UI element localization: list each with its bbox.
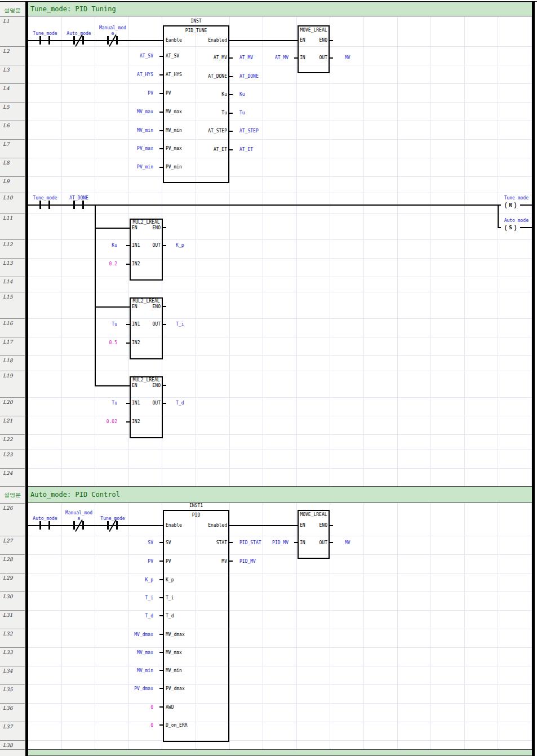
operand-variable[interactable]: PV (107, 559, 153, 564)
block-instance-name[interactable]: INST1 (163, 503, 229, 509)
block-pin: T_d (166, 613, 174, 619)
rung-gutter[interactable]: L15 (0, 292, 25, 318)
rung-gutter[interactable]: L10 (0, 193, 25, 213)
rung-gutter[interactable]: L8 (0, 158, 25, 176)
rung-gutter[interactable]: L27 (0, 536, 25, 554)
operand-variable[interactable]: PV_max (107, 146, 153, 152)
operand-variable[interactable]: PV_min (107, 164, 153, 170)
gutter-comment-cell[interactable]: 설명문 (0, 486, 25, 503)
rung-gutter[interactable]: L35 (0, 684, 25, 703)
coil-set-auto-mode[interactable]: S (501, 223, 520, 233)
operand-variable[interactable]: T_d (107, 613, 153, 619)
rung-gutter[interactable]: L9 (0, 176, 25, 193)
operand-variable[interactable]: Tu (239, 110, 290, 116)
rung-gutter[interactable]: L28 (0, 554, 25, 573)
operand-variable[interactable]: K_p (176, 243, 210, 248)
coil-reset-tune-mode[interactable]: R (501, 200, 520, 210)
operand-variable[interactable]: T_i (107, 595, 153, 601)
contact-no-tune-mode[interactable] (38, 35, 52, 46)
rung-gutter[interactable]: L6 (0, 121, 25, 139)
contact-no-at-done[interactable] (72, 199, 86, 211)
operand-variable[interactable]: T_d (176, 401, 210, 406)
operand-variable[interactable]: SV (107, 540, 153, 546)
operand-variable[interactable]: PV (107, 91, 153, 96)
operand-variable[interactable]: AT_STEP (239, 128, 290, 134)
rung-gutter[interactable]: L20 (0, 397, 25, 416)
rung-gutter[interactable]: L19 (0, 371, 25, 397)
rung-gutter[interactable]: L16 (0, 318, 25, 337)
rung-gutter[interactable]: L17 (0, 337, 25, 355)
operand-variable[interactable]: Tu (83, 322, 117, 327)
rung-gutter[interactable]: L2 (0, 46, 25, 65)
operand-constant[interactable]: 0.2 (83, 261, 117, 267)
rung-gutter[interactable]: L14 (0, 277, 25, 292)
rung-gutter[interactable]: L4 (0, 83, 25, 102)
operand-variable[interactable]: MV_min (107, 128, 153, 134)
operand-variable[interactable]: Ku (239, 92, 290, 97)
rung-gutter[interactable]: L7 (0, 139, 25, 158)
operand-constant[interactable]: 0 (107, 723, 153, 728)
operand-variable[interactable]: AT_DONE (239, 74, 290, 79)
rung-gutter[interactable]: L5 (0, 102, 25, 121)
rung-gutter[interactable]: L12 (0, 239, 25, 258)
rung-gutter[interactable]: L30 (0, 592, 25, 610)
rung-gutter[interactable]: L18 (0, 355, 25, 371)
operand-variable[interactable]: PV_dmax (107, 686, 153, 692)
pin-stub (229, 542, 233, 543)
rung-number: L35 (3, 687, 12, 692)
operand-variable[interactable]: MV_dmax (107, 632, 153, 638)
contact-nc-manual-mode[interactable] (72, 520, 86, 531)
contact-no-auto-mode[interactable] (38, 520, 52, 531)
operand-variable[interactable]: T_i (176, 322, 210, 327)
operand-variable[interactable]: MV (345, 55, 379, 61)
operand-variable[interactable]: PID_MV (243, 540, 289, 546)
operand-variable[interactable]: MV (345, 540, 379, 546)
operand-variable[interactable]: AT_ET (239, 147, 290, 153)
contact-nc-auto-mode[interactable] (72, 35, 86, 46)
rung-comment-section1[interactable]: Tune_mode: PID Tuning (28, 2, 532, 16)
rung-gutter[interactable]: L3 (0, 65, 25, 83)
rung-gutter[interactable]: L13 (0, 258, 25, 277)
operand-variable[interactable]: MV_min (107, 668, 153, 674)
rung-gutter[interactable]: L31 (0, 610, 25, 629)
operand-variable[interactable]: AT_HYS (107, 72, 153, 78)
function-block-pid-tune[interactable] (163, 25, 229, 183)
operand-variable[interactable]: MV_max (107, 650, 153, 656)
rung-gutter[interactable]: L24 (0, 468, 25, 486)
rung-gutter[interactable]: L37 (0, 722, 25, 740)
contact-no-tune-mode[interactable] (38, 199, 52, 211)
rung-gutter[interactable]: L22 (0, 434, 25, 450)
contact-nc-manual-mode[interactable] (106, 35, 119, 46)
operand-variable[interactable]: AT_SV (107, 54, 153, 59)
rung-number: L20 (3, 399, 12, 405)
block-pin: T_i (166, 595, 174, 601)
rung-comment-clipped[interactable] (28, 749, 532, 756)
rung-gutter[interactable]: L32 (0, 629, 25, 647)
rung-gutter[interactable]: L33 (0, 647, 25, 666)
block-pin: OUT (141, 243, 161, 248)
block-instance-name[interactable]: INST (163, 19, 229, 24)
operand-constant[interactable]: 0 (107, 705, 153, 710)
rung-comment-section2[interactable]: Auto_mode: PID Control (28, 486, 532, 503)
rung-gutter[interactable]: L1 (0, 16, 25, 46)
operand-constant[interactable]: 0.5 (83, 340, 117, 346)
operand-constant[interactable]: 0.02 (83, 419, 117, 425)
grid-row-line (28, 629, 532, 629)
rung-gutter[interactable]: L36 (0, 703, 25, 722)
rung-gutter[interactable]: L11 (0, 213, 25, 239)
rung-gutter[interactable]: L34 (0, 666, 25, 684)
gutter-comment-cell[interactable]: 설명문 (0, 2, 25, 16)
rung-gutter[interactable]: L38 (0, 740, 25, 749)
gutter-comment-cell[interactable] (0, 749, 25, 756)
operand-variable[interactable]: AT_MV (243, 55, 289, 61)
operand-variable[interactable]: K_p (107, 577, 153, 583)
operand-variable[interactable]: Ku (83, 243, 117, 248)
operand-variable[interactable]: PID_MV (239, 559, 290, 564)
rung-gutter[interactable]: L29 (0, 573, 25, 592)
contact-nc-tune-mode[interactable] (106, 520, 119, 531)
rung-gutter[interactable]: L26 (0, 503, 25, 536)
rung-gutter[interactable]: L23 (0, 450, 25, 468)
rung-gutter[interactable]: L21 (0, 416, 25, 434)
operand-variable[interactable]: MV_max (107, 109, 153, 115)
operand-variable[interactable]: Tu (83, 401, 117, 406)
